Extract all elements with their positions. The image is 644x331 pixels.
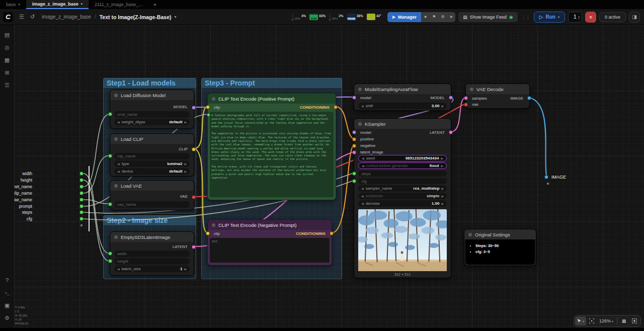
slot-dot[interactable] [79,198,84,202]
flag-icon[interactable]: ⚑ [430,15,438,19]
graph-canvas[interactable]: Step1 - Load models Step2 - Image size S… [14,25,644,328]
input-dot-clip-name[interactable] [108,154,112,158]
fit-view-button[interactable] [587,316,597,325]
node-library-icon[interactable]: ◎ [2,42,13,53]
group-title[interactable]: Step3 - Prompt [201,78,342,88]
workflow-name[interactable]: Text to Image(Z-Image-Base) [100,14,172,20]
slot-dot[interactable] [79,204,84,208]
input-dot-unet-name[interactable] [108,112,112,116]
arrow-right-icon[interactable]: ▶ [441,164,443,168]
arrow-right-icon[interactable]: ▶ [441,187,444,190]
arrow-left-icon[interactable]: ◀ [117,170,120,173]
workflows-icon[interactable]: ▤ [2,29,13,40]
node-status-dot[interactable] [470,88,473,91]
arrow-right-icon[interactable]: ▶ [184,120,187,124]
slot-dot[interactable] [79,172,84,176]
arrow-left-icon[interactable]: ◀ [362,156,364,160]
subgraph-input-panel[interactable] [89,166,90,231]
arrow-right-icon[interactable]: ▶ [184,162,187,166]
widget-scheduler[interactable]: ◀ scheduler simple ▶ [358,193,447,199]
cancel-run-button[interactable]: × [585,12,596,23]
output-dot-latent[interactable] [449,130,453,134]
node-clip-text-encode-positive[interactable]: CLIP Text Encode (Positive Prompt) clip … [207,93,336,200]
widget-denoise[interactable]: ◀ denoise 1.00 ▶ [358,200,447,207]
input-dot-height[interactable] [108,259,112,263]
widget-height[interactable]: height [114,258,190,265]
node-status-dot[interactable] [468,233,472,236]
batch-count-stepper[interactable]: 1 ▴ ▾ [568,12,582,23]
extensions-icon[interactable]: ⊞ [2,67,13,78]
drag-handle[interactable]: ⋮⋮ [522,15,530,20]
empty-slot-dot[interactable] [80,224,83,227]
output-dot-model[interactable] [449,96,453,100]
node-status-dot[interactable] [358,122,362,126]
widget-control-before-generate[interactable]: ◀ control before generate fixed ▶ [358,162,447,169]
node-ksampler[interactable]: KSampler model LATENT positive negative … [354,118,451,278]
input-dot-model[interactable] [352,96,356,100]
show-image-feed-button[interactable]: ▤ Show Image Feed ◉ [458,12,517,22]
node-load-vae[interactable]: Load VAE VAE vae_name [110,180,194,210]
star-icon[interactable]: ★ [421,15,430,19]
input-dot-latent-image[interactable] [352,150,356,154]
arrow-right-icon[interactable]: ▶ [441,104,444,108]
widget-weight-dtype[interactable]: ◀ weight_dtype default ▶ [114,119,190,125]
menu-icon[interactable]: ☰ [19,14,24,20]
negative-prompt-textarea[interactable]: text [210,238,330,263]
node-status-dot[interactable] [358,88,362,91]
output-dot-image[interactable] [527,96,531,100]
toggle-grid-button[interactable]: ▦ [619,316,629,325]
widget-shift[interactable]: ◀ shift 3.00 ▶ [358,103,447,109]
gear-icon[interactable]: ⚙ [438,15,447,19]
node-status-dot[interactable] [114,235,118,239]
toggle-minimap-button[interactable] [629,316,639,325]
gallery-icon[interactable]: ▣ [2,300,13,311]
node-status-dot[interactable] [212,97,215,101]
new-tab-button[interactable]: + [148,0,162,9]
arrow-left-icon[interactable]: ◀ [361,194,364,198]
node-status-dot[interactable] [114,94,118,97]
arrow-left-icon[interactable]: ◀ [361,202,364,205]
arrow-left-icon[interactable]: ◀ [362,164,364,168]
arrow-right-icon[interactable]: ▶ [441,194,444,198]
widget-device[interactable]: ◀ device default ▶ [114,168,190,175]
positive-prompt-textarea[interactable]: A fashion photography work full of surre… [210,112,334,197]
arrow-right-icon[interactable]: ▶ [441,156,443,160]
subgraph-output-image[interactable]: IMAGE [551,175,566,180]
node-model-sampling-auraflow[interactable]: ModelSamplingAuraFlow model MODEL ◀ shif… [354,84,451,111]
tab-2111-z-image-base[interactable]: 2111_z_image_base_... [89,0,148,9]
slot-dot[interactable] [79,185,84,189]
input-dot-cfg[interactable] [352,179,356,183]
zoom-level-button[interactable]: 126% ▾ [597,316,615,325]
widget-width[interactable]: width [114,251,190,257]
tab-image-z-image-base[interactable]: image_z_image_base • [26,0,89,9]
input-dot-steps[interactable] [352,172,356,176]
empty-slot-dot[interactable] [546,182,549,185]
node-note-original-settings[interactable]: Original Settings Steps: 30~50 cfg: 3~5 [464,229,536,266]
input-dot-vae-name[interactable] [108,202,112,206]
arrow-right-icon[interactable]: ▶ [441,202,444,205]
arrow-left-icon[interactable]: ◀ [117,267,120,271]
widget-sampler-name[interactable]: ◀ sampler_name res_multistep ▶ [358,185,447,192]
widget-unet-name[interactable]: unet_name [114,111,190,118]
group-title[interactable]: Step1 - Load models [103,78,196,88]
node-empty-sd3-latent-image[interactable]: EmptySD3LatentImage LATENT width height … [110,231,194,276]
settings-gear-icon[interactable]: ⚙ [2,312,13,323]
run-button[interactable]: ▷ Run ▾ [534,12,565,23]
widget-vae-name[interactable]: vae_name [114,201,190,208]
tab-base[interactable]: base • [0,0,26,9]
node-status-dot[interactable] [212,223,215,227]
output-dot-conditioning[interactable] [334,105,338,109]
widget-batch-size[interactable]: ◀ batch_size 1 ▶ [114,266,190,272]
output-dot-latent[interactable] [192,245,196,249]
widget-cfg[interactable]: cfg [358,178,447,184]
arrow-right-icon[interactable]: ▶ [184,170,187,173]
arrow-right-icon[interactable]: ▶ [184,267,187,271]
slot-dot[interactable] [79,210,84,214]
input-dot-samples[interactable] [464,96,468,100]
undo-icon[interactable]: ↺ [30,14,35,20]
node-clip-text-encode-negative[interactable]: CLIP Text Encode (Negative Prompt) clip … [207,219,332,266]
preview-image[interactable] [358,209,447,271]
toggle-panel-button[interactable]: ◨ [629,12,640,23]
help-icon[interactable]: ? [2,275,13,286]
widget-clip-name[interactable]: clip_name [114,153,190,159]
